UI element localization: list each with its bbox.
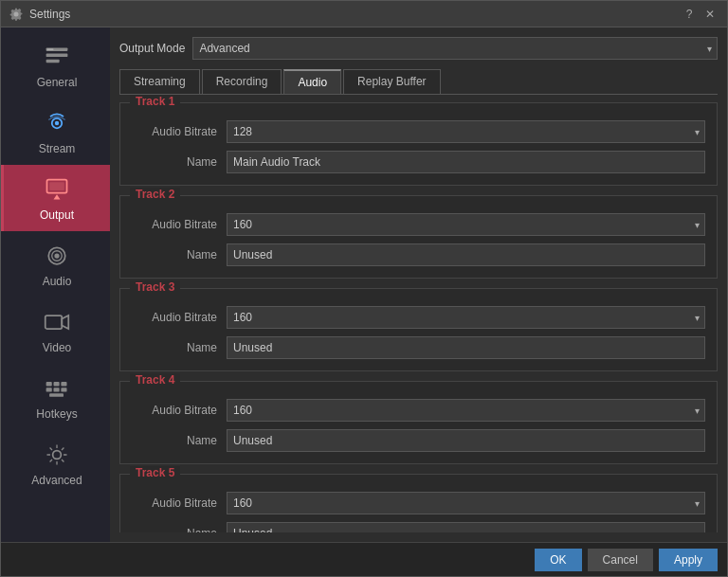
track-5-name-input[interactable] [227, 522, 705, 532]
advanced-icon [42, 440, 72, 470]
track-1-title: Track 1 [130, 95, 180, 108]
track-5-bitrate-row: Audio Bitrate 32649612816019222425628832… [132, 492, 705, 514]
main-panel: Output Mode Advanced Simple Streaming Re… [110, 27, 727, 542]
cancel-button[interactable]: Cancel [588, 549, 653, 571]
track-section-4: Track 4 Audio Bitrate 326496128160192224… [119, 381, 718, 464]
svg-rect-3 [46, 60, 60, 63]
track-section-3: Track 3 Audio Bitrate 326496128160192224… [119, 288, 718, 371]
output-icon [42, 174, 72, 205]
track-2-bitrate-select[interactable]: 326496128160192224256288320 [227, 213, 705, 236]
svg-marker-9 [54, 194, 61, 199]
settings-window: Settings ? ✕ General [0, 0, 728, 577]
ok-button[interactable]: OK [535, 549, 581, 571]
settings-icon [9, 7, 24, 22]
track-3-name-input[interactable] [227, 336, 705, 359]
titlebar: Settings ? ✕ [1, 1, 727, 27]
track-2-name-row: Name [132, 243, 705, 266]
tab-recording[interactable]: Recording [202, 69, 282, 94]
track-section-5: Track 5 Audio Bitrate 326496128160192224… [119, 474, 718, 532]
track-5-name-label: Name [132, 527, 227, 532]
sidebar-label-audio: Audio [43, 275, 72, 288]
window-title: Settings [29, 8, 678, 21]
sidebar-item-stream[interactable]: Stream [1, 99, 110, 165]
track-1-name-row: Name [132, 151, 705, 173]
track-1-bitrate-row: Audio Bitrate 32649612816019222425628832… [132, 120, 705, 143]
track-1-bitrate-select[interactable]: 326496128160192224256288320 [227, 120, 705, 143]
svg-rect-13 [46, 316, 63, 329]
svg-rect-17 [61, 382, 66, 386]
track-1-name-input[interactable] [227, 151, 705, 173]
close-button[interactable]: ✕ [701, 5, 719, 24]
footer: OK Cancel Apply [1, 542, 727, 576]
svg-point-12 [54, 253, 59, 258]
track-5-bitrate-label: Audio Bitrate [132, 496, 227, 510]
track-5-bitrate-select[interactable]: 326496128160192224256288320 [227, 492, 705, 514]
track-2-name-label: Name [132, 248, 227, 261]
output-mode-select-wrapper: Advanced Simple [192, 37, 718, 60]
tab-streaming[interactable]: Streaming [119, 69, 200, 94]
track-3-name-label: Name [132, 341, 227, 354]
track-2-bitrate-label: Audio Bitrate [132, 218, 227, 231]
track-1-bitrate-label: Audio Bitrate [132, 125, 227, 138]
sidebar-label-hotkeys: Hotkeys [36, 407, 77, 421]
svg-rect-2 [46, 54, 68, 58]
sidebar-item-hotkeys[interactable]: Hotkeys [1, 364, 110, 430]
track-3-bitrate-label: Audio Bitrate [132, 311, 227, 324]
tab-audio[interactable]: Audio [283, 69, 341, 94]
track-2-bitrate-row: Audio Bitrate 32649612816019222425628832… [132, 213, 705, 236]
tracks-area[interactable]: Track 1 Audio Bitrate 326496128160192224… [119, 95, 718, 532]
svg-rect-8 [49, 182, 64, 190]
main-content: General Stream [1, 27, 727, 542]
svg-rect-19 [54, 388, 60, 391]
svg-point-22 [53, 451, 62, 460]
track-2-name-input[interactable] [227, 243, 705, 266]
track-4-bitrate-select-wrapper: 326496128160192224256288320 [227, 399, 705, 422]
audio-icon [42, 241, 72, 271]
apply-button[interactable]: Apply [659, 549, 718, 571]
sidebar-item-advanced[interactable]: Advanced [1, 430, 110, 496]
track-3-title: Track 3 [130, 280, 180, 294]
svg-point-6 [55, 121, 59, 125]
track-1-bitrate-select-wrapper: 326496128160192224256288320 [227, 120, 705, 143]
sidebar-label-output: Output [40, 208, 74, 222]
track-4-name-input[interactable] [227, 429, 705, 452]
track-section-2: Track 2 Audio Bitrate 326496128160192224… [119, 195, 718, 279]
sidebar-item-output[interactable]: Output [1, 165, 110, 231]
track-3-name-row: Name [132, 336, 705, 359]
svg-rect-16 [54, 382, 60, 386]
general-icon [42, 42, 72, 72]
svg-rect-4 [47, 48, 54, 50]
video-icon [42, 307, 72, 337]
track-2-title: Track 2 [130, 188, 180, 201]
sidebar-label-general: General [37, 76, 78, 89]
sidebar-item-audio[interactable]: Audio [1, 231, 110, 298]
sidebar-item-video[interactable]: Video [1, 298, 110, 364]
hotkeys-icon [42, 373, 72, 404]
sidebar-label-video: Video [43, 341, 71, 354]
track-4-bitrate-row: Audio Bitrate 32649612816019222425628832… [132, 399, 705, 422]
track-3-bitrate-select-wrapper: 326496128160192224256288320 [227, 306, 705, 329]
svg-rect-18 [46, 388, 52, 391]
help-button[interactable]: ? [680, 5, 699, 24]
stream-icon [42, 108, 72, 138]
svg-rect-15 [46, 382, 52, 386]
track-4-name-label: Name [132, 434, 227, 447]
svg-rect-20 [61, 388, 66, 391]
track-3-bitrate-select[interactable]: 326496128160192224256288320 [227, 306, 705, 329]
sidebar: General Stream [1, 27, 110, 542]
track-4-bitrate-select[interactable]: 326496128160192224256288320 [227, 399, 705, 422]
track-5-name-row: Name [132, 522, 705, 532]
output-mode-select[interactable]: Advanced Simple [192, 37, 718, 60]
track-2-bitrate-select-wrapper: 326496128160192224256288320 [227, 213, 705, 236]
sidebar-label-stream: Stream [39, 142, 76, 155]
output-mode-row: Output Mode Advanced Simple [119, 37, 718, 60]
track-1-name-label: Name [132, 155, 227, 169]
track-5-title: Track 5 [130, 466, 180, 479]
svg-rect-21 [49, 393, 64, 397]
sidebar-item-general[interactable]: General [1, 32, 110, 99]
track-section-1: Track 1 Audio Bitrate 326496128160192224… [119, 102, 718, 186]
output-mode-label: Output Mode [119, 42, 185, 55]
tab-replay-buffer[interactable]: Replay Buffer [343, 69, 441, 94]
tabs-content: Streaming Recording Audio Replay Buffer … [119, 69, 718, 532]
track-4-title: Track 4 [130, 373, 180, 387]
